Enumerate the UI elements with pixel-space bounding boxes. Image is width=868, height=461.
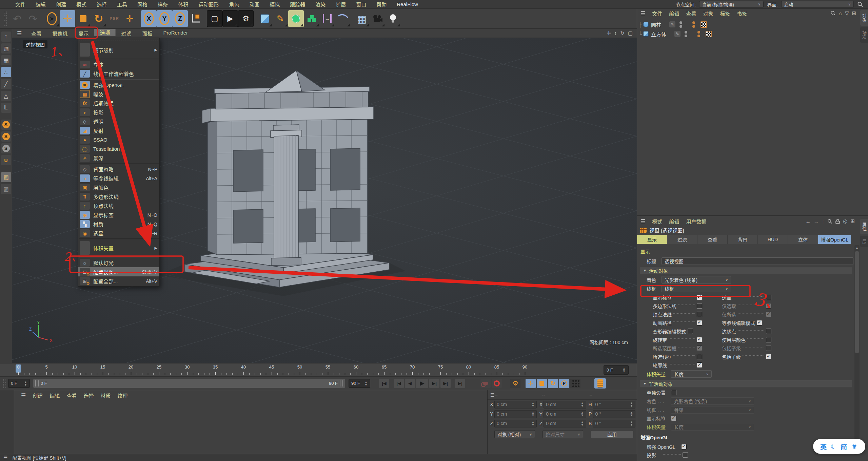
enhanced-opengl-checkbox[interactable] (681, 444, 687, 449)
add-bend-deformer-button[interactable]: ⌒ (335, 10, 351, 27)
rot-b-field[interactable]: 0 °▲▼ (593, 420, 635, 427)
keyframe-selection-button[interactable]: ⚙ (510, 379, 520, 388)
add-subdivision-surface-button[interactable] (288, 10, 304, 27)
material-menu-item[interactable]: 创建 (29, 392, 46, 399)
options-menu-item[interactable]: GL增强 OpenGL (78, 80, 159, 89)
rot-h-field[interactable]: 0 °▲▼ (593, 401, 635, 408)
edit-toggle-icon[interactable]: ✎ (674, 31, 680, 37)
size-mode-select[interactable]: 绝对尺寸 ∨ (542, 430, 583, 438)
viewport-menu-item[interactable]: 面板 (137, 29, 158, 38)
add-floor-button[interactable]: ▦ (354, 10, 370, 27)
visibility-dots-icon[interactable] (685, 31, 687, 34)
last-tool-psr-button[interactable]: PSR (106, 10, 122, 27)
status-menu-icon[interactable]: ☰ (0, 455, 13, 460)
workplane-button[interactable] (188, 10, 203, 27)
snap-disabled-icon[interactable]: S (1, 143, 11, 153)
tab-attr-6[interactable]: 增强OpenGL (818, 235, 851, 244)
lock-z-axis-button[interactable]: Z (172, 10, 188, 27)
checkbox-checked[interactable] (697, 337, 702, 342)
viewport-menu-item-options[interactable]: 选项 (94, 29, 116, 36)
texture-tag-icon[interactable] (701, 21, 707, 28)
tab-attr-4[interactable]: HUD (758, 235, 788, 244)
material-manager-menu-icon[interactable]: ☰ (18, 392, 29, 399)
object-row[interactable]: └立方体✎ (637, 29, 857, 39)
top-menu-item[interactable]: 模式 (71, 1, 92, 8)
range-end-field[interactable]: 90 F ▲▼ (349, 379, 370, 388)
coordinate-system-button[interactable]: ✛ (122, 10, 138, 27)
timeline-window-button[interactable] (594, 378, 606, 389)
side-tab-scenes[interactable]: 场次 (860, 27, 868, 43)
viewport-menu-item[interactable]: ProRender (158, 29, 193, 38)
tab-attr-5[interactable]: 立体 (788, 235, 818, 244)
options-menu-item[interactable]: ⊞配置全部...Alt+V (78, 276, 159, 286)
checkbox-checked[interactable] (697, 362, 702, 368)
enable-dots-icon[interactable] (697, 31, 700, 34)
active-objects-group-header[interactable]: ▼ 活动对象 (640, 267, 852, 274)
timeline-drag-handle[interactable] (3, 378, 6, 389)
coordinate-mode-select[interactable]: 对象 (相对) ∨ (494, 430, 535, 438)
object-manager-menu-item[interactable]: 查看 (683, 10, 699, 17)
lock-icon[interactable] (835, 219, 840, 224)
options-menu-item[interactable]: ◑等参线编辑Alt+A (78, 174, 159, 183)
rotate-tool-button[interactable]: ↻ (91, 10, 106, 27)
range-start-grip[interactable] (35, 380, 39, 386)
options-menu-item[interactable]: ╱线性工作流程着色 (78, 69, 159, 78)
frame-field-right[interactable]: 0 F ▲▼ (604, 365, 629, 375)
enable-snap-icon[interactable]: S (1, 120, 11, 130)
viewport-menu-icon[interactable]: ☰ (12, 30, 26, 37)
top-menu-item[interactable]: 跟踪器 (285, 1, 310, 8)
pan-view-icon[interactable]: ✛ (607, 30, 611, 36)
options-menu-item[interactable]: ◯Tessellation (78, 144, 159, 153)
move-tool-button[interactable]: ✛ (60, 10, 75, 27)
go-to-end-button[interactable]: ▶| (455, 379, 465, 388)
undo-button[interactable]: ↶ (9, 10, 25, 27)
add-icon[interactable]: ⊞ (850, 218, 855, 224)
side-tab-layers[interactable]: 层 (860, 236, 868, 247)
snap-settings-icon[interactable]: S (1, 131, 11, 142)
options-menu-item[interactable]: ◉透显N~R (78, 229, 159, 238)
stepper-icon[interactable]: ▲▼ (24, 381, 27, 386)
axis-mode-icon[interactable]: L (1, 103, 11, 113)
top-menu-item[interactable]: 文件 (10, 1, 31, 8)
top-menu-item[interactable]: 选择 (92, 1, 112, 8)
polygon-mode-icon[interactable]: △ (1, 91, 11, 101)
tab-display[interactable]: 显示 (637, 235, 667, 244)
material-menu-item[interactable]: 材质 (97, 392, 114, 399)
checkbox-unchecked[interactable] (697, 354, 702, 359)
workplane-snap-icon[interactable]: ▨ (1, 172, 11, 182)
object-manager-menu-item[interactable]: 编辑 (666, 10, 683, 17)
options-menu-item[interactable]: 体积矢量▶ (78, 240, 159, 256)
top-menu-item[interactable]: 动画 (244, 1, 264, 8)
visibility-dots-icon[interactable] (679, 21, 682, 24)
back-arrow-icon[interactable]: ← (806, 218, 811, 224)
pos-x-field[interactable]: 0 cm▲▼ (494, 401, 537, 408)
attribute-manager-menu-item[interactable]: 用户数据 (683, 218, 710, 225)
object-manager-menu-item[interactable]: 对象 (699, 10, 716, 17)
side-tab-objects[interactable]: 对象 (860, 10, 868, 26)
up-arrow-icon[interactable]: ↑ (822, 218, 825, 224)
ime-language-toggle[interactable]: 英 (820, 442, 827, 451)
viewport-menu-item[interactable]: 显示 (73, 29, 94, 38)
scroll-up-icon[interactable]: ▲ (854, 245, 860, 251)
ime-toolbar[interactable]: 英 ☾ 简 (813, 439, 865, 454)
moon-icon[interactable]: ☾ (830, 442, 837, 450)
options-menu-item[interactable]: ▣层颜色 (78, 183, 159, 192)
node-space-select[interactable]: 当前 (标准/物理) ∨ (699, 1, 764, 8)
record-key-button[interactable] (480, 379, 491, 388)
checkbox-unchecked[interactable] (697, 303, 702, 309)
material-menu-item[interactable]: 纹理 (114, 392, 131, 399)
shading-select[interactable]: 光影着色 (线条) ∨ (662, 276, 731, 284)
render-to-picture-viewer-button[interactable]: ▶ (222, 10, 238, 27)
toggle-view-icon[interactable]: ▢ (628, 30, 633, 36)
top-menu-item[interactable]: 渲染 (310, 1, 331, 8)
coordinate-menu-icon[interactable]: ☰ (490, 392, 495, 398)
edit-toggle-icon[interactable]: ✎ (669, 21, 675, 27)
attribute-manager-menu-item[interactable]: 编辑 (666, 218, 683, 225)
range-end-grip[interactable] (340, 380, 343, 386)
top-menu-item[interactable]: 编辑 (31, 1, 51, 8)
options-menu-item[interactable]: ●SSAO (78, 135, 159, 144)
view-title-input[interactable]: 透视视图 (662, 257, 853, 265)
previous-frame-button[interactable]: ◀ (405, 379, 415, 388)
separate-settings-checkbox[interactable] (671, 390, 676, 395)
side-tab-attributes[interactable]: 属性 (860, 219, 868, 234)
